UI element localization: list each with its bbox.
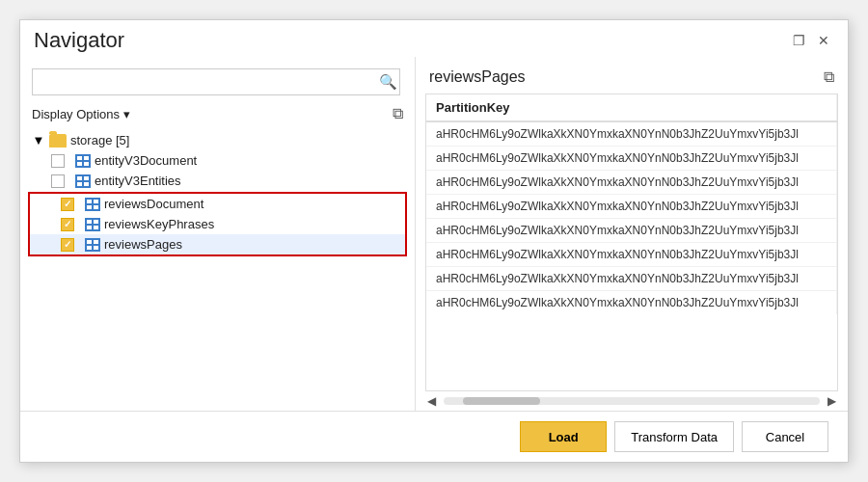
column-header-partitionkey: PartitionKey: [426, 94, 837, 121]
cell-partitionkey: aHR0cHM6Ly9oZWlkaXkXN0YmxkaXN0YnN0b3JhZ2…: [426, 195, 837, 219]
right-panel: reviewsPages ⧉ PartitionKey aHR0cHM6Ly9o…: [416, 57, 848, 411]
table-icon-entityV3Entities: [75, 174, 91, 188]
label-entityV3Document: entityV3Document: [95, 153, 197, 168]
left-panel: 🔍 Display Options ▾ ⧉ ▼ storage [5]: [20, 57, 416, 411]
cell-partitionkey: aHR0cHM6Ly9oZWlkaXkXN0YmxkaXN0YnN0b3JhZ2…: [426, 171, 837, 195]
cell-partitionkey: aHR0cHM6Ly9oZWlkaXkXN0YmxkaXN0YnN0b3JhZ2…: [426, 147, 837, 171]
search-icon-button[interactable]: 🔍: [373, 71, 403, 93]
horizontal-scrollbar[interactable]: ◀ ▶: [416, 391, 848, 411]
dialog-title: Navigator: [34, 28, 124, 53]
scroll-right-arrow[interactable]: ▶: [826, 394, 838, 408]
table-row: aHR0cHM6Ly9oZWlkaXkXN0YmxkaXN0YnN0b3JhZ2…: [426, 291, 837, 315]
content-area: 🔍 Display Options ▾ ⧉ ▼ storage [5]: [20, 57, 848, 411]
tree-area: ▼ storage [5] entityV3Document: [20, 128, 415, 411]
preview-header: reviewsPages ⧉: [416, 65, 848, 94]
table-row: aHR0cHM6Ly9oZWlkaXkXN0YmxkaXN0YnN0b3JhZ2…: [426, 243, 837, 267]
table-row: aHR0cHM6Ly9oZWlkaXkXN0YmxkaXN0YnN0b3JhZ2…: [426, 219, 837, 243]
table-icon-reviewsDocument: [85, 198, 100, 211]
checkbox-reviewsKeyPhrases[interactable]: [61, 218, 74, 231]
table-row: aHR0cHM6Ly9oZWlkaXkXN0YmxkaXN0YnN0b3JhZ2…: [426, 267, 837, 291]
data-table: PartitionKey aHR0cHM6Ly9oZWlkaXkXN0Ymxka…: [426, 94, 837, 314]
folder-icon: [49, 134, 67, 147]
table-row: aHR0cHM6Ly9oZWlkaXkXN0YmxkaXN0YnN0b3JhZ2…: [426, 147, 837, 171]
cancel-button[interactable]: Cancel: [742, 421, 828, 452]
table-row: aHR0cHM6Ly9oZWlkaXkXN0YmxkaXN0YnN0b3JhZ2…: [426, 121, 837, 147]
label-entityV3Entities: entityV3Entities: [95, 174, 181, 188]
search-row: 🔍: [20, 65, 415, 103]
table-row: aHR0cHM6Ly9oZWlkaXkXN0YmxkaXN0YnN0b3JhZ2…: [426, 171, 837, 195]
tree-item-reviewsDocument[interactable]: reviewsDocument: [30, 194, 405, 214]
label-reviewsKeyPhrases: reviewsKeyPhrases: [104, 217, 214, 231]
cell-partitionkey: aHR0cHM6Ly9oZWlkaXkXN0YmxkaXN0YnN0b3JhZ2…: [426, 121, 837, 147]
table-icon-entityV3Document: [75, 154, 91, 168]
cell-partitionkey: aHR0cHM6Ly9oZWlkaXkXN0YmxkaXN0YnN0b3JhZ2…: [426, 243, 837, 267]
load-button[interactable]: Load: [520, 421, 607, 452]
tree-item-storage[interactable]: ▼ storage [5]: [20, 130, 415, 150]
transform-data-button[interactable]: Transform Data: [614, 421, 734, 452]
table-body: aHR0cHM6Ly9oZWlkaXkXN0YmxkaXN0YnN0b3JhZ2…: [426, 121, 837, 314]
checkbox-entityV3Document[interactable]: [51, 154, 65, 168]
checkbox-entityV3Entities[interactable]: [51, 174, 65, 188]
scroll-left-arrow[interactable]: ◀: [425, 394, 438, 408]
preview-title: reviewsPages: [429, 68, 526, 86]
data-table-container[interactable]: PartitionKey aHR0cHM6Ly9oZWlkaXkXN0Ymxka…: [425, 94, 838, 391]
tree-item-entityV3Document[interactable]: entityV3Document: [20, 150, 415, 171]
cell-partitionkey: aHR0cHM6Ly9oZWlkaXkXN0YmxkaXN0YnN0b3JhZ2…: [426, 267, 837, 291]
scroll-track[interactable]: [444, 397, 820, 405]
table-icon-reviewsPages: [85, 238, 100, 252]
tree-item-reviewsPages[interactable]: reviewsPages: [30, 234, 405, 254]
right-panel-preview-button[interactable]: ⧉: [824, 68, 834, 86]
checkbox-reviewsDocument[interactable]: [61, 198, 74, 211]
title-bar: Navigator ❐ ✕: [20, 20, 848, 57]
close-button[interactable]: ✕: [813, 30, 834, 51]
expand-icon: ▼: [32, 134, 45, 147]
label-reviewsPages: reviewsPages: [104, 237, 182, 252]
table-row: aHR0cHM6Ly9oZWlkaXkXN0YmxkaXN0YnN0b3JhZ2…: [426, 195, 837, 219]
left-panel-preview-icon-button[interactable]: ⧉: [393, 105, 403, 122]
display-options-arrow: ▾: [123, 107, 130, 121]
selected-group: reviewsDocument reviewsKeyPhrases: [28, 192, 407, 256]
display-options-button[interactable]: Display Options ▾: [32, 107, 130, 121]
navigator-dialog: Navigator ❐ ✕ 🔍 Display Options ▾ ⧉: [19, 19, 849, 463]
restore-button[interactable]: ❐: [788, 30, 809, 51]
storage-label: storage [5]: [70, 133, 129, 147]
scroll-thumb[interactable]: [463, 397, 540, 405]
tree-item-reviewsKeyPhrases[interactable]: reviewsKeyPhrases: [30, 214, 405, 234]
table-icon-reviewsKeyPhrases: [85, 218, 100, 231]
window-controls: ❐ ✕: [788, 30, 834, 51]
cell-partitionkey: aHR0cHM6Ly9oZWlkaXkXN0YmxkaXN0YnN0b3JhZ2…: [426, 291, 837, 315]
display-options-row: Display Options ▾ ⧉: [20, 103, 415, 128]
checkbox-reviewsPages[interactable]: [61, 238, 74, 252]
label-reviewsDocument: reviewsDocument: [104, 197, 203, 211]
search-input[interactable]: [32, 68, 400, 95]
display-options-label: Display Options: [32, 107, 120, 121]
footer: Load Transform Data Cancel: [20, 411, 848, 462]
cell-partitionkey: aHR0cHM6Ly9oZWlkaXkXN0YmxkaXN0YnN0b3JhZ2…: [426, 219, 837, 243]
tree-item-entityV3Entities[interactable]: entityV3Entities: [20, 171, 415, 191]
